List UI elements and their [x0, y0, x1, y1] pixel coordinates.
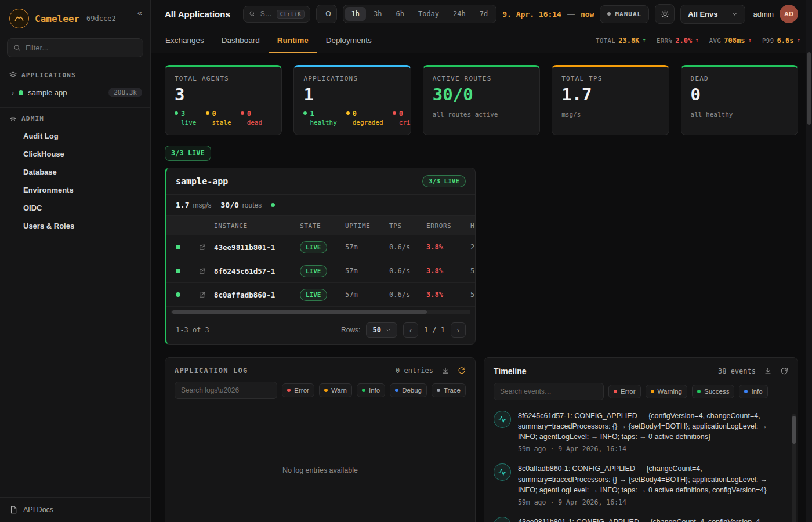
tab-dashboard[interactable]: Dashboard: [213, 28, 269, 53]
sidebar-item-audit-log[interactable]: Audit Log: [0, 127, 150, 145]
online-indicator[interactable]: O: [316, 5, 337, 23]
stat-card-total-tps: TOTAL TPS 1.7 msg/s: [552, 65, 669, 135]
sidebar-item-clickhouse[interactable]: ClickHouse: [0, 145, 150, 163]
time-range-24h[interactable]: 24h: [447, 7, 472, 21]
timestamp-display[interactable]: 9. Apr. 16:14: [502, 10, 561, 19]
scrollbar-thumb[interactable]: [172, 310, 427, 314]
time-range-7d[interactable]: 7d: [473, 7, 494, 21]
status-dot: [303, 111, 307, 115]
sidebar-item-users-roles[interactable]: Users & Roles: [0, 217, 150, 235]
mini-stat-live: 3live: [175, 109, 197, 126]
api-docs-link[interactable]: API Docs: [0, 497, 150, 522]
stat-err-pct: ERR% 2.0% ↑: [657, 37, 699, 45]
header-stats: TOTAL 23.8K ↑ ERR% 2.0% ↑ AVG 708ms ↑ P9…: [596, 28, 800, 53]
time-range-today[interactable]: Today: [412, 7, 445, 21]
download-icon[interactable]: [441, 367, 449, 375]
table-header-row: INSTANCE STATE UPTIME TPS ERRORS H: [166, 216, 475, 235]
avatar[interactable]: AD: [780, 5, 798, 23]
tab-runtime[interactable]: Runtime: [269, 28, 317, 53]
theme-toggle-button[interactable]: [655, 4, 675, 24]
time-range-6h[interactable]: 6h: [389, 7, 410, 21]
mini-stat-critical: 0critical: [393, 109, 411, 126]
timeline-event[interactable]: 8c0affadb860-1: CONFIG_APPLIED — {change…: [494, 463, 786, 506]
log-filter-trace[interactable]: Trace: [432, 383, 466, 397]
download-icon[interactable]: [764, 367, 772, 375]
env-select[interactable]: All Envs: [680, 5, 745, 24]
error-dot: [614, 390, 617, 393]
search-shortcut-kbd: Ctrl+K: [277, 10, 304, 19]
sidebar-item-sample-app[interactable]: › sample app 208.3k: [0, 84, 150, 102]
log-search-input[interactable]: [175, 382, 277, 399]
tabs-bar: Exchanges Dashboard Runtime Deployments …: [151, 28, 812, 53]
table-row[interactable]: 8f6245c61d57-1 LIVE 57m 0.6/s 3.8% 5: [166, 259, 475, 283]
external-link-icon[interactable]: [190, 291, 214, 299]
warn-dot: [324, 389, 328, 392]
event-message: 43ee9811b801-1: CONFIG_APPLIED — {change…: [518, 517, 762, 522]
scrollbar-thumb[interactable]: [792, 416, 796, 444]
refresh-icon[interactable]: [458, 367, 466, 375]
timeline-filter-success[interactable]: Success: [692, 385, 734, 398]
search-icon: [249, 10, 256, 17]
global-search[interactable]: S… Ctrl+K: [243, 6, 310, 23]
stat-card-dead: DEAD 0 all healthy: [681, 65, 798, 135]
cameleer-logo-icon: [9, 9, 29, 28]
timeline-events-count: 38 events: [718, 367, 756, 375]
sidebar-filter[interactable]: [7, 38, 143, 57]
error-dot: [287, 389, 291, 392]
log-entries-count: 0 entries: [396, 367, 433, 375]
timeline-scrollbar[interactable]: [792, 414, 796, 522]
timeline-event[interactable]: 43ee9811b801-1: CONFIG_APPLIED — {change…: [494, 517, 786, 522]
sidebar-item-database[interactable]: Database: [0, 163, 150, 181]
layers-icon: [9, 71, 17, 79]
time-range-3h[interactable]: 3h: [367, 7, 388, 21]
applications-section-header: APPLICATIONS: [0, 66, 150, 84]
table-footer: 1-3 of 3 Rows: 50 ‹ 1 / 1 ›: [166, 317, 475, 344]
mini-stat-degraded: 0degraded: [346, 109, 383, 126]
timeline-filter-warning[interactable]: Warning: [646, 385, 687, 398]
sidebar-collapse-button[interactable]: «: [137, 8, 142, 17]
info-dot: [744, 390, 748, 393]
instance-status-dot: [176, 292, 180, 297]
table-row[interactable]: 43ee9811b801-1 LIVE 57m 0.6/s 3.8% 2: [166, 235, 475, 259]
sidebar-item-oidc[interactable]: OIDC: [0, 199, 150, 217]
application-log-panel: APPLICATION LOG 0 entries Error War: [165, 357, 476, 522]
routes-value: 30/0: [221, 201, 239, 209]
log-filter-error[interactable]: Error: [282, 383, 314, 397]
routes-unit: routes: [242, 201, 262, 209]
prev-page-button[interactable]: ‹: [403, 322, 418, 338]
manual-refresh-button[interactable]: MANUAL: [600, 5, 649, 23]
external-link-icon[interactable]: [190, 267, 214, 275]
stat-total: TOTAL 23.8K ↑: [596, 37, 646, 45]
content: TOTAL AGENTS 3 3live 0stale 0dead APPLIC…: [151, 53, 812, 522]
timeline-search-input[interactable]: [494, 383, 604, 400]
app-metrics: 1.7 msg/s 30/0 routes: [166, 195, 475, 216]
sidebar-filter-input[interactable]: [26, 44, 137, 52]
sidebar-header: Cameleer 69dcce2 «: [0, 0, 150, 36]
scrollbar-thumb[interactable]: [807, 52, 811, 125]
sample-app-card: sample-app 3/3 LIVE 1.7 msg/s 30/0 route…: [165, 168, 476, 345]
refresh-icon[interactable]: [780, 367, 788, 375]
table-row[interactable]: 8c0affadb860-1 LIVE 57m 0.6/s 3.8% 5: [166, 283, 475, 307]
timeline-event[interactable]: 8f6245c61d57-1: CONFIG_APPLIED — {config…: [494, 411, 786, 453]
page-scrollbar[interactable]: [806, 0, 812, 522]
time-now-label[interactable]: now: [581, 10, 594, 19]
trend-up-icon: ↑: [695, 37, 699, 44]
timeline-filter-info[interactable]: Info: [739, 385, 767, 398]
external-link-icon[interactable]: [190, 244, 214, 251]
tab-deployments[interactable]: Deployments: [317, 28, 380, 53]
sidebar-item-environments[interactable]: Environments: [0, 181, 150, 199]
sidebar-app-label: sample app: [28, 88, 67, 97]
gear-icon: [9, 115, 17, 122]
next-page-button[interactable]: ›: [451, 322, 466, 338]
horizontal-scrollbar[interactable]: [171, 310, 470, 314]
log-filter-debug[interactable]: Debug: [390, 383, 427, 397]
timeline-filter-error[interactable]: Error: [608, 385, 641, 398]
timeline-panel: Timeline 38 events Error Warning: [484, 357, 798, 522]
rows-per-page-select[interactable]: 50: [366, 322, 397, 338]
log-panel-title: APPLICATION LOG: [175, 367, 248, 375]
log-filter-warn[interactable]: Warn: [319, 383, 352, 397]
info-dot: [362, 389, 365, 392]
tab-exchanges[interactable]: Exchanges: [157, 28, 213, 53]
log-filter-info[interactable]: Info: [357, 383, 385, 397]
time-range-1h[interactable]: 1h: [345, 7, 366, 21]
